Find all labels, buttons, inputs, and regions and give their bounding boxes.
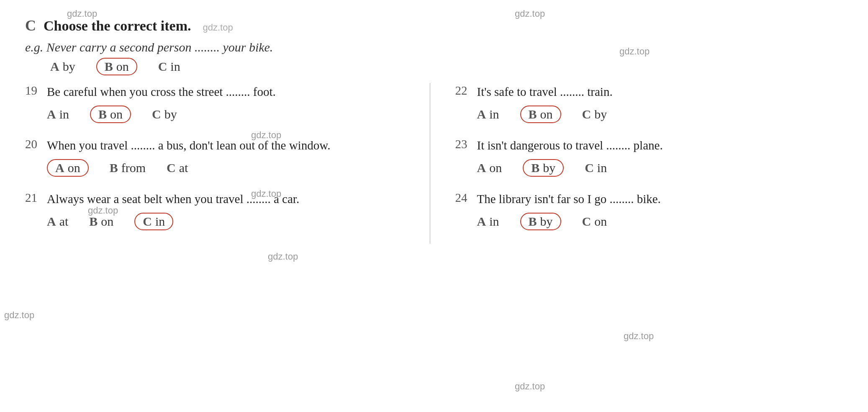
q23-option-b-letter: B <box>531 161 539 175</box>
example-option-a: A by <box>50 59 75 74</box>
q19-option-c-letter: C <box>152 107 161 121</box>
question-22-text: It's safe to travel ........ train. <box>477 83 843 100</box>
q24-option-b-letter: B <box>529 214 537 229</box>
example-option-a-letter: A <box>50 59 59 74</box>
q20-option-a-text: on <box>68 161 80 175</box>
q23-option-a-text: on <box>489 161 502 175</box>
watermark-header-left: gdz.top <box>67 8 97 19</box>
q23-option-a-letter: A <box>477 161 486 175</box>
question-20-text: When you travel ........ a bus, don't le… <box>47 136 413 154</box>
section-letter: C <box>25 17 36 34</box>
question-24-row: 24 The library isn't far so I go .......… <box>455 190 843 208</box>
q21-option-c-letter: C <box>143 214 152 229</box>
q24-option-a: A in <box>477 214 499 229</box>
question-23-text: It isn't dangerous to travel ........ pl… <box>477 136 843 154</box>
q20-option-c-text: at <box>179 161 188 175</box>
question-22-options: A in B on C by <box>477 106 843 123</box>
question-24-num: 24 <box>455 191 470 205</box>
q23-option-c: C in <box>585 161 607 175</box>
watermark-q20: gdz.top <box>251 188 281 199</box>
q22-option-a-text: in <box>489 107 499 121</box>
example-option-c-text: in <box>170 59 180 74</box>
question-24: 24 The library isn't far so I go .......… <box>455 190 843 230</box>
q21-option-c: C in <box>134 213 173 230</box>
q20-option-a: A on <box>47 159 89 177</box>
question-22-num: 22 <box>455 84 470 98</box>
q24-option-b: B by <box>520 213 561 230</box>
section-title: Choose the correct item. <box>44 18 191 34</box>
q23-option-c-letter: C <box>585 161 594 175</box>
q21-option-a-text: at <box>59 214 69 229</box>
question-21-row: 21 Always wear a seat belt when you trav… <box>25 190 413 208</box>
q21-option-b: B on <box>89 214 113 229</box>
example-options: A by B on C in <box>50 58 843 75</box>
col-left: 19 Be careful when you cross the street … <box>25 83 430 244</box>
example-option-b-letter: B <box>105 59 113 74</box>
section-watermark: gdz.top <box>203 22 233 33</box>
q19-option-b-letter: B <box>98 107 107 121</box>
q22-option-b-text: on <box>540 107 553 121</box>
example-sentence: e.g. Never carry a second person .......… <box>25 40 843 54</box>
q19-option-c-text: by <box>164 107 177 121</box>
q20-option-c: C at <box>167 161 188 175</box>
q19-option-a-letter: A <box>47 107 56 121</box>
watermark-top-center: gdz.top <box>515 8 545 19</box>
question-20-row: 20 When you travel ........ a bus, don't… <box>25 136 413 154</box>
q20-option-a-letter: A <box>55 161 64 175</box>
watermark-q24: gdz.top <box>624 331 654 342</box>
page-container: gdz.top gdz.top gdz.top gdz.top gdz.top … <box>0 0 868 260</box>
q22-option-a-letter: A <box>477 107 486 121</box>
example-option-b-text: on <box>116 59 129 74</box>
q19-option-c: C by <box>152 107 177 121</box>
q19-option-b: B on <box>90 106 131 123</box>
questions-columns: 19 Be careful when you cross the street … <box>25 83 843 244</box>
example-label: e.g. <box>25 40 43 54</box>
q20-option-b-text: from <box>121 161 146 175</box>
question-19-options: A in B on C by <box>47 106 413 123</box>
section-header: C Choose the correct item. gdz.top <box>25 17 843 34</box>
q22-option-a: A in <box>477 107 499 121</box>
q24-option-b-text: by <box>540 214 553 229</box>
q23-option-b-text: by <box>543 161 555 175</box>
q21-option-b-letter: B <box>89 214 98 229</box>
col-right: 22 It's safe to travel ........ train. A… <box>430 83 843 244</box>
example-option-c-letter: C <box>158 59 167 74</box>
q22-option-c: C by <box>582 107 607 121</box>
q22-option-b-letter: B <box>529 107 537 121</box>
question-23-options: A on B by C in <box>477 159 843 177</box>
q24-option-a-text: in <box>489 214 499 229</box>
question-22-row: 22 It's safe to travel ........ train. <box>455 83 843 100</box>
q24-option-c-text: on <box>594 214 607 229</box>
q22-option-c-letter: C <box>582 107 591 121</box>
question-23-row: 23 It isn't dangerous to travel ........… <box>455 136 843 154</box>
q19-option-a-text: in <box>59 107 69 121</box>
question-20-num: 20 <box>25 137 40 151</box>
question-23-num: 23 <box>455 137 470 151</box>
question-19-row: 19 Be careful when you cross the street … <box>25 83 413 100</box>
q19-option-b-text: on <box>110 107 123 121</box>
q23-option-c-text: in <box>597 161 607 175</box>
watermark-q19: gdz.top <box>251 130 281 141</box>
q23-option-b: B by <box>523 159 564 177</box>
q20-option-b: B from <box>110 161 146 175</box>
example-option-c: C in <box>158 59 180 74</box>
question-24-options: A in B by C on <box>477 213 843 230</box>
q21-option-c-text: in <box>155 214 165 229</box>
question-22: 22 It's safe to travel ........ train. A… <box>455 83 843 123</box>
question-21: 21 Always wear a seat belt when you trav… <box>25 190 413 230</box>
question-19: 19 Be careful when you cross the street … <box>25 83 413 123</box>
q20-option-b-letter: B <box>110 161 118 175</box>
q21-option-a-letter: A <box>47 214 56 229</box>
q23-option-a: A on <box>477 161 502 175</box>
question-19-num: 19 <box>25 84 40 98</box>
watermark-q21b: gdz.top <box>4 310 34 321</box>
question-19-text: Be careful when you cross the street ...… <box>47 83 413 100</box>
question-20-options: A on B from C at <box>47 159 413 177</box>
example-option-b: B on <box>96 58 137 75</box>
q21-option-a: A at <box>47 214 68 229</box>
question-24-text: The library isn't far so I go ........ b… <box>477 190 843 208</box>
question-21-num: 21 <box>25 191 40 205</box>
example-option-a-text: by <box>63 59 75 74</box>
q19-option-a: A in <box>47 107 69 121</box>
q20-option-c-letter: C <box>167 161 176 175</box>
